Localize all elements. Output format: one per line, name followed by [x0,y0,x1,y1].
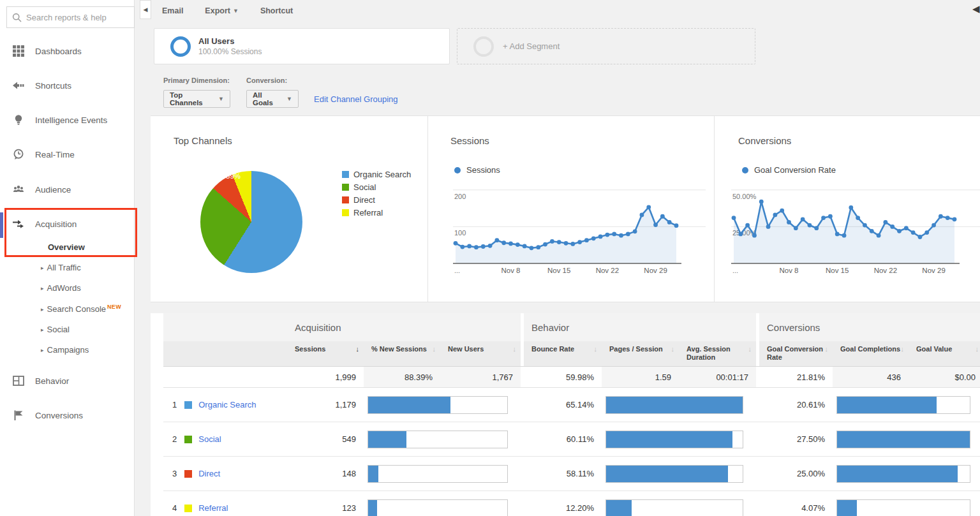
column-header--new-sessions[interactable]: % New Sessions↓ [364,341,440,366]
legend-item-referral[interactable]: Referral [342,208,383,217]
svg-text:100: 100 [454,229,466,237]
sort-arrow-icon[interactable]: ↓ [976,345,979,353]
sessions-bar [364,422,521,456]
column-header-sessions[interactable]: Sessions↓ [287,341,364,366]
bar-fill [368,397,450,413]
sessions-legend[interactable]: Sessions [454,165,500,175]
sidebar-label-real-time: Real-Time [35,150,75,159]
totals-cell: 1,767 [440,367,521,387]
group-header-acquisition: Acquisition [287,313,521,341]
sidebar-item-intelligence-events[interactable]: Intelligence Events [0,107,135,133]
email-button[interactable]: Email [162,6,183,15]
pie-slice-label: 7.4% [170,131,184,138]
column-header-goal-completions[interactable]: Goal Completions↓ [833,341,909,366]
goal-conversion-bar [833,457,980,490]
goal-conversion-bar [833,491,980,516]
bar-track [836,499,970,516]
sidebar-item-audience[interactable]: Audience [0,177,135,202]
bar-track [836,431,970,448]
column-header-avg-session-duration[interactable]: Avg. Session Duration↓ [679,341,756,366]
sidebar-item-acquisition[interactable]: Acquisition [0,211,135,237]
channel-link-organic-search[interactable]: Organic Search [198,400,256,409]
expand-triangle-icon: ▸ [41,327,44,333]
add-segment-button[interactable]: + Add Segment [457,28,755,64]
sidebar-item-adwords[interactable]: ▸AdWords [41,283,81,293]
column-header-goal-conversion-rate[interactable]: Goal Conversion Rate↓ [759,341,833,366]
conversion-dropdown[interactable]: All Goals▼ [246,90,299,108]
sidebar-item-behavior[interactable]: Behavior [0,368,135,394]
edit-channel-grouping-link[interactable]: Edit Channel Grouping [314,94,398,104]
sessions-bar [364,457,521,490]
bar-track [605,396,743,414]
channel-link-direct[interactable]: Direct [198,469,220,478]
channel-link-social[interactable]: Social [198,434,221,444]
sessions-value: 549 [287,422,364,456]
sidebar-item-dashboards[interactable]: Dashboards [0,38,135,64]
sort-arrow-icon[interactable]: ↓ [748,345,752,353]
legend-item-direct[interactable]: Direct [342,195,375,205]
panel-collapse-arrow-icon[interactable]: ◀ [972,3,980,15]
column-header-pages-session[interactable]: Pages / Session↓ [602,341,679,366]
column-header-goal-value[interactable]: Goal Value↓ [909,341,980,366]
shortcuts-icon [13,80,24,91]
sidebar-label-audience: Audience [35,185,71,195]
sessions-line-chart[interactable]: 100200...Nov 8Nov 15Nov 22Nov 29 [452,178,709,275]
conversions-line-chart[interactable]: 25.00%50.00%...Nov 8Nov 15Nov 22Nov 29 [730,178,980,275]
sort-arrow-icon[interactable]: ↓ [356,345,360,353]
divider [427,116,428,302]
segment-name: All Users [198,36,262,46]
bounce-rate-value: 12.20% [524,491,602,516]
totals-cell: 00:01:17 [679,367,756,387]
chevron-down-icon: ▼ [218,96,224,102]
column-header-new-users[interactable]: New Users↓ [440,341,521,366]
svg-text:Nov 15: Nov 15 [826,267,849,274]
add-segment-label: + Add Segment [503,41,560,51]
conversions-legend[interactable]: Goal Conversion Rate [742,165,836,175]
sidebar-item-campaigns[interactable]: ▸Campaigns [41,345,89,355]
sidebar-item-conversions[interactable]: Conversions [0,402,135,428]
legend-dot-icon [454,167,461,173]
sidebar-item-all-traffic[interactable]: ▸All Traffic [41,263,81,272]
sidebar-item-overview[interactable]: Overview [48,242,85,252]
bar-fill [368,466,378,482]
sort-arrow-icon[interactable]: ↓ [433,345,436,353]
sidebar-item-search-console[interactable]: ▸Search ConsoleNEW [41,304,121,314]
shortcut-button[interactable]: Shortcut [260,6,293,15]
row-rank: 4 [172,503,177,513]
search-input[interactable] [26,13,129,22]
sort-arrow-icon[interactable]: ↓ [594,345,598,353]
sort-arrow-icon[interactable]: ↓ [825,345,829,353]
row-rank: 3 [172,469,177,478]
svg-text:Nov 8: Nov 8 [501,267,520,274]
sort-arrow-icon[interactable]: ↓ [901,345,905,353]
sidebar-collapse-button[interactable]: ◀ [140,0,151,19]
sort-arrow-icon[interactable]: ↓ [671,345,675,353]
bounce-rate-value: 58.11% [524,457,602,490]
conversions-chart-title: Conversions [738,135,791,146]
sidebar-item-social[interactable]: ▸Social [41,325,70,334]
goal-conversion-value: 25.00% [759,457,833,490]
chevron-down-icon: ▼ [233,8,239,14]
column-header-bounce-rate[interactable]: Bounce Rate↓ [524,341,602,366]
segment-ring-icon [170,36,191,57]
search-box[interactable] [6,6,135,28]
expand-triangle-icon: ▸ [41,306,44,313]
active-item-indicator [0,212,3,238]
channel-link-referral[interactable]: Referral [198,503,228,513]
sort-arrow-icon[interactable]: ↓ [513,345,517,353]
sidebar-item-shortcuts[interactable]: Shortcuts [0,73,135,98]
primary-dimension-dropdown[interactable]: Top Channels▼ [163,90,230,108]
legend-item-organic-search[interactable]: Organic Search [342,170,411,179]
top-channels-pie-chart[interactable] [200,171,302,273]
bar-track [836,396,970,414]
legend-item-social[interactable]: Social [342,182,376,192]
search-icon [12,13,22,22]
sidebar-item-real-time[interactable]: Real-Time [0,142,135,167]
svg-text:Nov 29: Nov 29 [922,267,945,274]
bar-fill [837,466,958,482]
channel-cell: 2Social [163,422,287,456]
export-button[interactable]: Export▼ [205,6,239,15]
bounce-rate-value: 60.11% [524,422,602,456]
segment-all-users[interactable]: All Users 100.00% Sessions [154,28,450,64]
sessions-value: 148 [287,457,364,490]
